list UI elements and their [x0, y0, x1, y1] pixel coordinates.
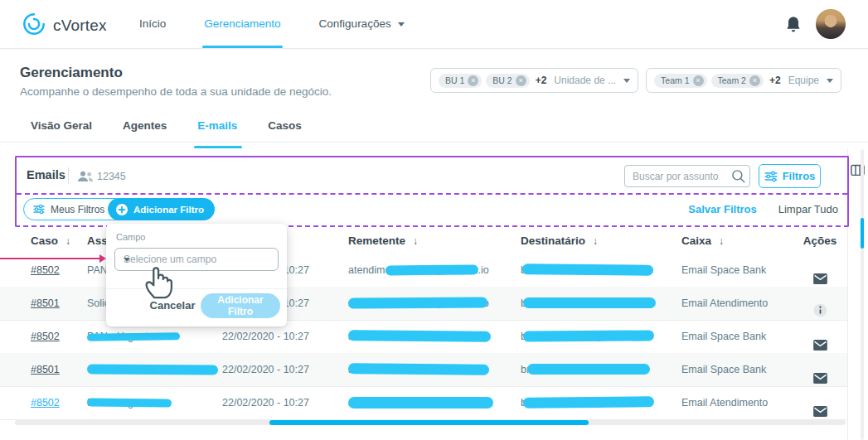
- cell-data: 22/02/2020 - 10:27: [222, 386, 330, 419]
- chevron-down-icon: [398, 22, 405, 27]
- cell-caixa: Email Space Bank: [681, 254, 793, 287]
- notifications-bell-icon[interactable]: [786, 16, 801, 36]
- chip-team1: Team 1×: [654, 74, 706, 88]
- section-tabs: Visão Geral Agentes E-mails Casos: [0, 116, 868, 143]
- main-nav: Início Gerenciamento Configurações: [139, 0, 405, 48]
- annotation-arrow-head: [99, 254, 106, 263]
- redaction-scribble: [523, 297, 656, 308]
- add-filter-popup: Campo Selecione um campo Cancelar Adicio…: [106, 224, 287, 326]
- team-select[interactable]: Team 1× Team 2× +2 Equipe: [646, 68, 841, 93]
- remove-chip-icon[interactable]: ×: [749, 75, 760, 86]
- redaction-scribble: [348, 397, 493, 409]
- case-link[interactable]: #8501: [31, 297, 60, 309]
- cell-remetente: atendimentocallink@cvortex.io: [348, 386, 510, 419]
- card-right-edge: [847, 149, 848, 440]
- column-header-caso[interactable]: Caso↓: [31, 229, 80, 254]
- redaction-scribble: [348, 297, 487, 308]
- mail-icon[interactable]: [813, 331, 827, 353]
- mail-icon[interactable]: [813, 397, 827, 419]
- page-title: Gerenciamento: [20, 65, 123, 81]
- clear-all-link[interactable]: Limpar Tudo: [778, 203, 838, 215]
- cell-destinatario: brannheiromero@cvortex.io: [521, 353, 674, 386]
- redaction-scribble: [523, 330, 654, 341]
- nav-item-configuracoes[interactable]: Configurações: [319, 0, 405, 48]
- cell-remetente: atendimentocallink@cvortex.io: [348, 353, 510, 386]
- cvortex-spiral-icon: [22, 12, 46, 40]
- sort-desc-icon[interactable]: ↓: [413, 235, 418, 247]
- brand-logo[interactable]: cVortex: [22, 12, 107, 40]
- horizontal-scrollbar-thumb[interactable]: [269, 420, 589, 425]
- top-navbar: cVortex Início Gerenciamento Configuraçõ…: [0, 0, 868, 49]
- cell-assunto: [87, 353, 220, 386]
- chip-bu2: BU 2×: [486, 74, 529, 88]
- redaction-scribble: [87, 398, 172, 407]
- cell-assunto: PAN - Urgente: [87, 386, 220, 419]
- tab-visao-geral[interactable]: Visão Geral: [31, 116, 92, 142]
- cvortex-management-screen: cVortex Início Gerenciamento Configuraçõ…: [0, 0, 868, 440]
- filters-button[interactable]: Filtros: [759, 164, 821, 188]
- vertical-scrollbar-thumb[interactable]: [861, 218, 864, 249]
- search-input[interactable]: [624, 165, 750, 187]
- sliders-icon: [764, 171, 778, 182]
- mail-icon[interactable]: [813, 264, 827, 287]
- sort-desc-icon[interactable]: ↓: [719, 235, 724, 247]
- cancel-button[interactable]: Cancelar: [139, 293, 206, 318]
- filter-actions: Salvar Filtros Limpar Tudo: [688, 203, 838, 215]
- column-header-destinatario[interactable]: Destinatário↓: [521, 229, 674, 254]
- select-label: Unidade de ...: [554, 75, 616, 86]
- add-filter-button[interactable]: Adicionar Filtro: [108, 198, 215, 220]
- table-row[interactable]: #8502 PAN - Urgente 22/02/2020 - 10:27 a…: [0, 386, 847, 420]
- redaction-scribble: [87, 364, 218, 375]
- redaction-scribble: [523, 396, 654, 408]
- column-header-remetente[interactable]: Remetente↓: [348, 229, 510, 254]
- column-header-caixa[interactable]: Caixa↓: [681, 229, 793, 254]
- brand-name: cVortex: [53, 17, 107, 35]
- chevron-down-icon: [827, 79, 833, 83]
- horizontal-scrollbar[interactable]: [15, 420, 846, 425]
- nav-item-inicio[interactable]: Início: [139, 0, 166, 48]
- sliders-icon: [33, 204, 45, 215]
- cell-remetente: atendimentocallink@cvortex.io: [348, 320, 510, 353]
- emails-section-title: Emails: [27, 168, 65, 181]
- case-link[interactable]: #8502: [31, 264, 60, 276]
- cell-remetente: atendimentocallink@cvortex.io: [348, 287, 510, 320]
- tab-emails[interactable]: E-mails: [197, 116, 237, 142]
- confirm-add-filter-button[interactable]: Adicionar Filtro: [201, 293, 280, 318]
- tab-agentes[interactable]: Agentes: [123, 116, 167, 142]
- sort-desc-icon[interactable]: ↓: [593, 235, 598, 247]
- table-row[interactable]: #8501 22/02/2020 - 10:27 atendimentocall…: [0, 353, 847, 387]
- case-link[interactable]: #8502: [31, 331, 60, 342]
- nav-item-gerenciamento[interactable]: Gerenciamento: [204, 0, 280, 48]
- divider: [68, 167, 69, 184]
- business-unit-select[interactable]: BU 1× BU 2× +2 Unidade de ...: [430, 68, 638, 93]
- user-avatar[interactable]: [816, 9, 846, 39]
- cell-data: 22/02/2020 - 10:27: [222, 353, 330, 386]
- field-label: Campo: [116, 232, 145, 242]
- annotation-arrow-line: [0, 258, 99, 259]
- info-icon[interactable]: [813, 297, 827, 320]
- remove-chip-icon[interactable]: ×: [468, 75, 478, 86]
- cell-caixa: Email Atendimento: [681, 287, 793, 320]
- case-link[interactable]: #8501: [31, 364, 60, 375]
- remove-chip-icon[interactable]: ×: [693, 75, 704, 86]
- chevron-down-icon: [124, 258, 130, 262]
- vertical-scrollbar[interactable]: [861, 149, 864, 440]
- redaction-scribble: [348, 330, 491, 342]
- more-count: +2: [769, 75, 781, 86]
- cell-caixa: Email Atendimento: [681, 386, 793, 419]
- cell-destinatario: brannheiromero@cvortex.io: [521, 386, 674, 419]
- tab-casos[interactable]: Casos: [268, 116, 302, 142]
- mail-icon[interactable]: [813, 364, 827, 386]
- sort-desc-icon[interactable]: ↓: [65, 235, 70, 247]
- case-link[interactable]: #8502: [31, 397, 60, 409]
- cell-caixa: Email Space Bank: [681, 320, 793, 353]
- cell-remetente: atendimentocallink@cvortex.io: [348, 254, 510, 287]
- cell-caixa: Email Space Bank: [681, 353, 793, 386]
- scope-filters: BU 1× BU 2× +2 Unidade de ... Team 1× Te…: [430, 68, 841, 93]
- search-box: [624, 165, 750, 187]
- save-filters-link[interactable]: Salvar Filtros: [688, 203, 756, 215]
- cell-destinatario: brannheiromero@cvortex.io: [521, 287, 674, 320]
- remove-chip-icon[interactable]: ×: [516, 75, 526, 86]
- field-select[interactable]: Selecione um campo: [114, 248, 279, 271]
- more-count: +2: [536, 75, 547, 86]
